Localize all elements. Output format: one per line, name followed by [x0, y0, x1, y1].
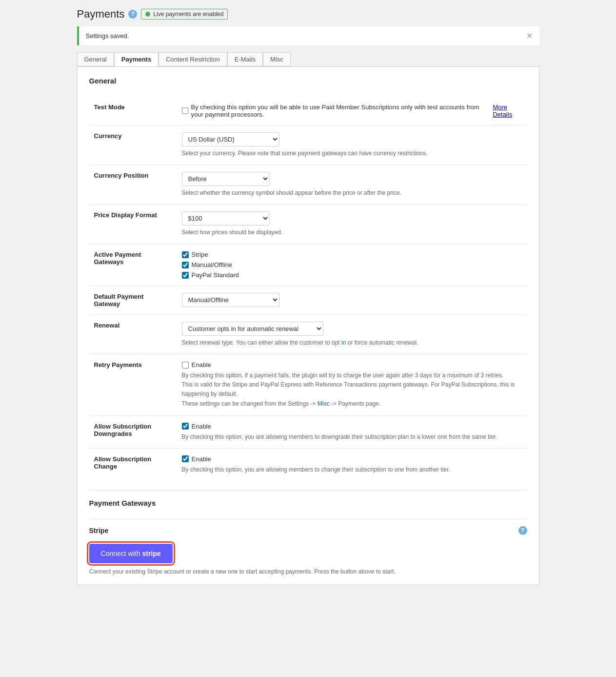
stripe-gateway-text: Stripe	[192, 251, 208, 258]
active-payment-gateways-row: Active Payment Gateways Stripe Manual/Of…	[89, 244, 527, 286]
retry-payments-label: Retry Payments	[89, 354, 177, 416]
retry-payments-row: Retry Payments Enable By checking this o…	[89, 354, 527, 416]
payment-gateways-divider	[89, 491, 527, 491]
paypal-standard-gateway-checkbox[interactable]	[182, 272, 189, 279]
active-payment-gateways-label: Active Payment Gateways	[89, 244, 177, 286]
renewal-description: Select renewal type. You can either allo…	[182, 338, 522, 347]
content-area: General Test Mode By checking this optio…	[77, 66, 539, 585]
test-mode-checkbox[interactable]	[182, 107, 188, 114]
allow-subscription-downgrades-row: Allow Subscription Downgrades Enable By …	[89, 415, 527, 448]
retry-payments-description: By checking this option, if a payment fa…	[182, 371, 522, 409]
stripe-connect-btn-text-normal: Connect with	[101, 550, 140, 557]
notice-text: Settings saved.	[86, 32, 129, 40]
live-badge: Live payments are enabled	[141, 9, 228, 20]
stripe-connect-button[interactable]: Connect with stripe	[89, 544, 173, 563]
active-payment-gateways-checkboxes: Stripe Manual/Offline PayPal Standard	[182, 251, 522, 279]
renewal-row: Renewal Customer opts in for automatic r…	[89, 315, 527, 354]
currency-select[interactable]: US Dollar (USD) Euro (EUR) British Pound…	[182, 132, 279, 146]
allow-subscription-downgrades-checkbox-label[interactable]: Enable	[182, 423, 522, 430]
stripe-help-icon[interactable]: ?	[518, 526, 527, 535]
tab-payments[interactable]: Payments	[114, 52, 159, 66]
allow-subscription-change-description: By checking this option, you are allowin…	[182, 465, 522, 474]
tab-general[interactable]: General	[77, 52, 114, 66]
live-badge-text: Live payments are enabled	[153, 11, 223, 18]
allow-subscription-change-row: Allow Subscription Change Enable By chec…	[89, 448, 527, 481]
manual-offline-gateway-checkbox-label[interactable]: Manual/Offline	[182, 261, 522, 268]
help-icon[interactable]: ?	[128, 10, 137, 19]
allow-subscription-change-label: Allow Subscription Change	[89, 448, 177, 481]
stripe-gateway-checkbox-label[interactable]: Stripe	[182, 251, 522, 258]
retry-payments-checkbox-label[interactable]: Enable	[182, 361, 522, 369]
allow-subscription-change-enable-text: Enable	[192, 455, 211, 463]
tab-content-restriction[interactable]: Content Restriction	[159, 52, 227, 66]
price-display-format-description: Select how prices should be displayed.	[182, 228, 522, 237]
settings-table: Test Mode By checking this option you wi…	[89, 97, 527, 481]
payment-gateways-section: Payment Gateways Stripe ? Connect with s…	[89, 491, 527, 575]
stripe-gateway-checkbox[interactable]	[182, 251, 189, 258]
manual-offline-gateway-checkbox[interactable]	[182, 262, 189, 268]
paypal-standard-gateway-checkbox-label[interactable]: PayPal Standard	[182, 271, 522, 279]
allow-subscription-downgrades-label: Allow Subscription Downgrades	[89, 415, 177, 448]
live-dot-icon	[145, 12, 150, 17]
allow-subscription-change-checkbox-label[interactable]: Enable	[182, 455, 522, 463]
paypal-standard-gateway-text: PayPal Standard	[192, 271, 239, 279]
test-mode-label: Test Mode	[89, 97, 177, 125]
page-title: Payments	[77, 8, 125, 21]
notice-bar: Settings saved. ✕	[77, 26, 539, 45]
currency-position-label: Currency Position	[89, 165, 177, 205]
allow-subscription-downgrades-checkbox[interactable]	[182, 423, 189, 430]
price-display-format-select[interactable]: $100 $ 100 100$	[182, 211, 270, 226]
currency-position-description: Select whether the currency symbol shoul…	[182, 188, 522, 197]
general-section-title: General	[89, 77, 527, 89]
test-mode-more-details-link[interactable]: More Details	[493, 103, 522, 118]
price-display-format-row: Price Display Format $100 $ 100 100$ Sel…	[89, 205, 527, 244]
test-mode-checkbox-text: By checking this option you will be able…	[191, 103, 490, 118]
allow-subscription-downgrades-enable-text: Enable	[192, 423, 211, 430]
default-payment-gateway-row: Default Payment Gateway Manual/Offline S…	[89, 286, 527, 315]
misc-link[interactable]: Misc	[318, 400, 330, 407]
currency-description: Select your currency. Please note that s…	[182, 149, 522, 158]
tab-misc[interactable]: Misc	[263, 52, 291, 66]
currency-row: Currency US Dollar (USD) Euro (EUR) Brit…	[89, 125, 527, 165]
default-payment-gateway-select[interactable]: Manual/Offline Stripe PayPal Standard	[182, 293, 279, 307]
allow-subscription-downgrades-description: By checking this option, you are allowin…	[182, 432, 522, 441]
tabs-container: General Payments Content Restriction E-M…	[77, 52, 539, 66]
price-display-format-label: Price Display Format	[89, 205, 177, 244]
stripe-connect-btn-text-bold: stripe	[142, 550, 160, 557]
page-header: Payments ? Live payments are enabled	[77, 8, 539, 21]
retry-payments-checkbox[interactable]	[182, 362, 189, 369]
manual-offline-gateway-text: Manual/Offline	[192, 261, 233, 268]
retry-payments-enable-text: Enable	[192, 361, 211, 369]
tab-emails[interactable]: E-Mails	[227, 52, 263, 66]
test-mode-checkbox-label[interactable]: By checking this option you will be able…	[182, 103, 522, 118]
renewal-opt-in-link[interactable]: in	[341, 339, 346, 346]
stripe-gateway-row: Stripe ?	[89, 519, 527, 540]
currency-position-select[interactable]: Before After	[182, 172, 270, 186]
currency-label: Currency	[89, 125, 177, 165]
allow-subscription-change-checkbox[interactable]	[182, 455, 189, 462]
stripe-gateway-description: Connect your existing Stripe account or …	[89, 568, 527, 575]
renewal-select[interactable]: Customer opts in for automatic renewal F…	[182, 322, 323, 336]
test-mode-row: Test Mode By checking this option you wi…	[89, 97, 527, 125]
default-payment-gateway-label: Default Payment Gateway	[89, 286, 177, 315]
notice-close-button[interactable]: ✕	[526, 31, 533, 41]
stripe-gateway-name: Stripe	[89, 527, 109, 534]
currency-position-row: Currency Position Before After Select wh…	[89, 165, 527, 205]
payment-gateways-section-title: Payment Gateways	[89, 499, 527, 511]
renewal-label: Renewal	[89, 315, 177, 354]
